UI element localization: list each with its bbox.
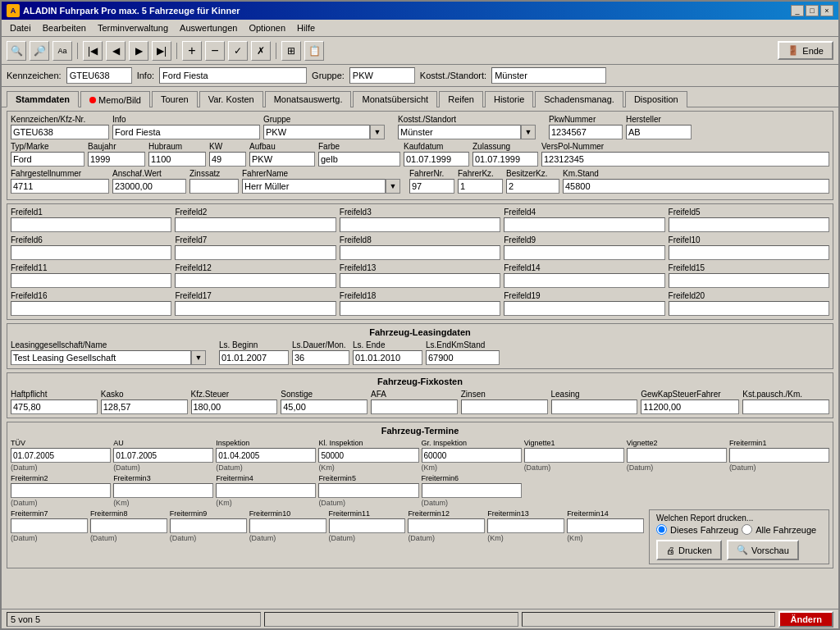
info-field[interactable]	[112, 125, 260, 139]
kostst-input[interactable]	[491, 67, 606, 84]
freifeld14-input[interactable]	[504, 273, 664, 288]
freifeld7-input[interactable]	[175, 245, 336, 260]
tab-memo[interactable]: Memo/Bild	[80, 91, 150, 107]
confirm-button[interactable]: ✓	[228, 41, 248, 61]
freifeld13-input[interactable]	[340, 273, 500, 288]
freifeld11-input[interactable]	[11, 273, 171, 288]
freitermin3-field[interactable]	[113, 483, 213, 498]
freitermin14-field[interactable]	[567, 518, 644, 533]
kostst-dropdown-btn[interactable]: ▼	[521, 125, 536, 139]
fahrgestell-field[interactable]	[11, 179, 109, 194]
freifeld8-input[interactable]	[340, 245, 500, 260]
tab-schadensmanag[interactable]: Schadensmanag.	[535, 91, 623, 107]
baujahr-field[interactable]	[88, 152, 145, 167]
fahrername-field[interactable]	[242, 179, 386, 194]
gruppe-dropdown-btn[interactable]: ▼	[370, 125, 385, 139]
kennzeichen-input[interactable]	[66, 67, 132, 84]
kmstand-field[interactable]	[563, 179, 829, 194]
kstpausch-field[interactable]	[742, 399, 829, 414]
gruppe-input[interactable]	[349, 67, 415, 84]
freitermin8-field[interactable]	[90, 518, 167, 533]
fahrerkz-field[interactable]	[458, 179, 503, 194]
freitermin13-field[interactable]	[487, 518, 564, 533]
zulassung-field[interactable]	[472, 152, 538, 167]
kaufdatum-field[interactable]	[404, 152, 469, 167]
radio-dieses-fahrzeug[interactable]	[656, 524, 667, 535]
freifeld4-input[interactable]	[504, 217, 664, 232]
besitzerkz-field[interactable]	[506, 179, 559, 194]
text-button[interactable]: Aa	[52, 41, 72, 61]
tuev-field[interactable]	[11, 448, 111, 463]
menu-terminverwaltung[interactable]: Terminverwaltung	[93, 21, 173, 34]
aendern-button[interactable]: Ändern	[778, 611, 833, 628]
freifeld12-input[interactable]	[175, 273, 336, 288]
maximize-button[interactable]: □	[806, 5, 819, 16]
close-button[interactable]: ×	[820, 5, 833, 16]
ls-beginn-field[interactable]	[219, 350, 289, 365]
tab-disposition[interactable]: Disposition	[625, 91, 687, 107]
hersteller-field[interactable]	[626, 125, 692, 139]
freitermin7-field[interactable]	[11, 518, 88, 533]
freifeld5-input[interactable]	[669, 217, 829, 232]
ls-endkm-field[interactable]	[426, 350, 500, 365]
aufbau-field[interactable]	[249, 152, 315, 167]
tab-monatsauswertg[interactable]: Monatsauswertg.	[265, 91, 352, 107]
sonstige-field[interactable]	[281, 399, 368, 414]
menu-bearbeiten[interactable]: Bearbeiten	[38, 21, 91, 34]
zoom-button[interactable]: 🔎	[30, 41, 49, 61]
tab-reifen[interactable]: Reifen	[439, 91, 483, 107]
gesellschaft-dropdown-btn[interactable]: ▼	[191, 350, 206, 365]
freifeld9-input[interactable]	[504, 245, 664, 260]
prev-button[interactable]: ◀	[106, 41, 126, 61]
freitermin4-field[interactable]	[216, 483, 316, 498]
menu-auswertungen[interactable]: Auswertungen	[175, 21, 242, 34]
minimize-button[interactable]: _	[791, 5, 804, 16]
leasing-fix-field[interactable]	[551, 399, 638, 414]
freifeld1-input[interactable]	[11, 217, 171, 232]
tab-monatsübersicht[interactable]: Monatsübersicht	[353, 91, 437, 107]
freifeld17-input[interactable]	[175, 301, 336, 316]
hubraum-field[interactable]	[148, 152, 206, 167]
gewkap-field[interactable]	[641, 399, 739, 414]
add-button[interactable]: +	[182, 41, 202, 61]
zinsen-field[interactable]	[461, 399, 548, 414]
anschaf-field[interactable]	[112, 179, 186, 194]
freifeld6-input[interactable]	[11, 245, 171, 260]
farbe-field[interactable]	[318, 152, 400, 167]
kl-inspektion-field[interactable]	[318, 448, 418, 463]
afa-field[interactable]	[371, 399, 458, 414]
info-input[interactable]	[159, 67, 307, 84]
menu-hilfe[interactable]: Hilfe	[292, 21, 320, 34]
last-button[interactable]: ▶|	[152, 41, 171, 61]
kfzsteuer-field[interactable]	[191, 399, 278, 414]
pkwnummer-field[interactable]	[549, 125, 623, 139]
search-button[interactable]: 🔍	[7, 41, 26, 61]
haftpflicht-field[interactable]	[11, 399, 98, 414]
freifeld3-input[interactable]	[340, 217, 500, 232]
freitermin6-field[interactable]	[422, 483, 522, 498]
tab-touren[interactable]: Touren	[152, 91, 198, 107]
menu-optionen[interactable]: Optionen	[244, 21, 290, 34]
print-button[interactable]: 🖨 Drucken	[656, 540, 722, 560]
freifeld10-input[interactable]	[669, 245, 829, 260]
export-button[interactable]: 📋	[304, 41, 324, 61]
vignette2-field[interactable]	[627, 448, 727, 463]
freitermin11-field[interactable]	[329, 518, 406, 533]
freitermin12-field[interactable]	[408, 518, 485, 533]
tab-historie[interactable]: Historie	[485, 91, 533, 107]
kostst-field[interactable]	[398, 125, 521, 139]
fahrername-dropdown-btn[interactable]: ▼	[386, 179, 400, 194]
end-button[interactable]: 🚪 Ende	[778, 41, 833, 60]
gr-inspektion-field[interactable]	[422, 448, 522, 463]
tab-stammdaten[interactable]: Stammdaten	[7, 91, 79, 107]
freifeld2-input[interactable]	[175, 217, 336, 232]
verspol-field[interactable]	[541, 152, 829, 167]
kasko-field[interactable]	[101, 399, 188, 414]
vignette1-field[interactable]	[524, 448, 624, 463]
first-button[interactable]: |◀	[83, 41, 103, 61]
gesellschaft-field[interactable]	[11, 350, 191, 365]
freitermin1-field[interactable]	[729, 448, 829, 463]
freifeld19-input[interactable]	[504, 301, 664, 316]
freifeld18-input[interactable]	[340, 301, 500, 316]
freitermin2-field[interactable]	[11, 483, 111, 498]
